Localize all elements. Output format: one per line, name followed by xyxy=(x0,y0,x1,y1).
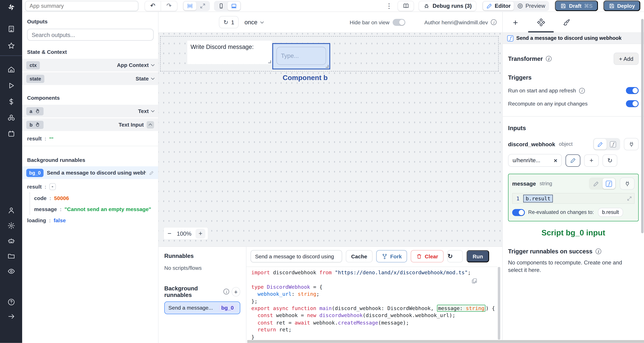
app-canvas[interactable]: Write Discord message: Component b − 100… xyxy=(158,33,502,246)
text-component-a[interactable]: Write Discord message: xyxy=(187,41,272,64)
code-editor[interactable]: import discordwebhook from "https://deno… xyxy=(246,266,497,340)
clear-resource-icon[interactable]: × xyxy=(554,157,558,164)
connect-input-button[interactable] xyxy=(624,138,639,150)
b-result-row[interactable]: result : "" xyxy=(27,132,153,144)
copy-code-icon[interactable] xyxy=(471,278,478,284)
center-align-button[interactable] xyxy=(184,2,196,10)
panel-scrollbar[interactable] xyxy=(641,19,644,233)
reload-button[interactable]: ↻ xyxy=(447,250,463,262)
runs-play-icon[interactable] xyxy=(7,82,15,90)
resource-picker[interactable]: u/henri/te... × xyxy=(508,154,562,167)
workspace-icon[interactable] xyxy=(7,25,15,33)
resources-cubes-icon[interactable] xyxy=(7,114,15,122)
settings-gear-icon[interactable] xyxy=(7,222,15,230)
add-background-runnable-button[interactable]: + xyxy=(232,287,240,296)
fullscreen-button[interactable] xyxy=(196,2,209,10)
variables-dollar-icon[interactable] xyxy=(7,98,15,106)
run-on-start-toggle[interactable] xyxy=(626,87,639,94)
recompute-toggle[interactable] xyxy=(626,100,639,107)
fork-button[interactable]: Fork xyxy=(376,250,407,262)
run-button[interactable]: Run xyxy=(466,250,489,262)
selected-component-b[interactable] xyxy=(272,43,330,69)
add-resource-button[interactable]: + xyxy=(584,154,599,167)
add-transformer-button[interactable]: + Add xyxy=(614,52,639,65)
tab-editor[interactable]: Editor xyxy=(483,2,514,10)
tab-insert-component[interactable]: + xyxy=(503,18,528,26)
expand-editor-icon[interactable] xyxy=(627,196,632,201)
static-mode-button[interactable] xyxy=(590,178,602,189)
redo-button[interactable]: ↷ xyxy=(161,0,178,11)
output-row-ctx[interactable]: ctx App Context xyxy=(22,59,158,72)
chevron-down-icon[interactable] xyxy=(151,63,154,66)
collapse-result-button[interactable]: - xyxy=(49,183,56,190)
mobile-view-button[interactable] xyxy=(215,2,228,10)
tab-preview[interactable]: Preview xyxy=(514,2,548,10)
reeval-target-chip[interactable]: b.result xyxy=(598,208,623,217)
resize-handle[interactable] xyxy=(326,65,328,68)
reeval-toggle[interactable] xyxy=(512,209,525,216)
favorites-star-icon[interactable] xyxy=(7,42,15,50)
eval-mode-button[interactable]: ƒ xyxy=(602,178,615,189)
runnable-item-bg0[interactable]: Send a message... bg_0 xyxy=(164,302,240,314)
message-expression-editor[interactable]: 1 b.result xyxy=(512,193,634,204)
hide-bar-toggle[interactable] xyxy=(393,19,405,26)
hand-pointer-icon xyxy=(35,108,40,114)
user-icon[interactable] xyxy=(7,206,15,214)
app-summary-input[interactable] xyxy=(25,0,138,11)
workers-robot-icon[interactable] xyxy=(7,237,15,245)
edit-pencil-icon[interactable] xyxy=(149,170,154,175)
bg0-row[interactable]: bg_0 Send a message to discord using web… xyxy=(22,166,158,179)
desktop-view-button[interactable] xyxy=(228,2,240,10)
bg0-badge: bg_0 xyxy=(26,168,44,177)
script-name-input[interactable]: Send a message to discord using xyxy=(250,250,342,262)
inputs-title: Inputs xyxy=(508,125,639,132)
draft-button[interactable]: Draft ⌘S xyxy=(555,0,598,11)
debug-runs-button[interactable]: Debug runs (3) xyxy=(418,0,476,11)
chevron-down-icon[interactable] xyxy=(151,109,154,112)
schedule-dropdown[interactable]: once xyxy=(244,19,263,26)
bg0-result-row[interactable]: result : - xyxy=(27,179,153,192)
home-icon[interactable] xyxy=(7,66,15,74)
pencil-icon xyxy=(593,180,599,187)
component-row-b[interactable]: b Text Input xyxy=(22,118,158,132)
resize-handle[interactable] xyxy=(268,60,271,63)
folders-icon[interactable] xyxy=(7,252,15,260)
code-vertical-scrollbar[interactable] xyxy=(498,267,500,340)
info-icon[interactable]: i xyxy=(546,56,552,62)
component-row-a[interactable]: a Text xyxy=(22,105,158,118)
cache-button[interactable]: Cache xyxy=(346,250,372,262)
tab-styling[interactable] xyxy=(554,18,579,26)
info-icon[interactable]: i xyxy=(491,19,496,25)
static-mode-button[interactable] xyxy=(594,139,606,150)
windmill-logo-icon[interactable] xyxy=(7,3,15,11)
connect-input-button[interactable] xyxy=(620,178,634,190)
canvas-zoom-control: − 100% + xyxy=(164,227,208,240)
refresh-resource-button[interactable]: ↻ xyxy=(602,154,617,167)
deploy-button[interactable]: Deploy xyxy=(603,0,640,11)
chevron-down-icon[interactable] xyxy=(151,76,154,80)
undo-button[interactable]: ↶ xyxy=(144,0,161,11)
clear-button[interactable]: Clear xyxy=(411,250,444,262)
schedules-calendar-icon[interactable] xyxy=(7,130,15,138)
kebab-menu[interactable]: ⋮ xyxy=(386,2,392,10)
output-row-state[interactable]: state State xyxy=(22,72,158,86)
refresh-count-box[interactable]: ↻ 1 xyxy=(219,16,239,28)
info-icon[interactable]: i xyxy=(223,289,229,294)
collapse-toggle[interactable] xyxy=(147,121,154,128)
edit-resource-button[interactable] xyxy=(566,154,580,167)
collapse-arrow-icon[interactable] xyxy=(7,312,15,320)
zoom-in-button[interactable]: + xyxy=(196,228,206,238)
info-icon[interactable]: i xyxy=(579,88,585,94)
eval-mode-button[interactable]: ƒ xyxy=(606,139,619,150)
search-outputs-input[interactable] xyxy=(27,29,154,41)
horizontal-scrollbar[interactable] xyxy=(247,340,644,343)
editor-label: Editor xyxy=(495,3,510,9)
text-input-component[interactable] xyxy=(276,47,326,65)
docs-button[interactable] xyxy=(398,0,414,11)
info-icon[interactable]: i xyxy=(596,248,601,254)
zoom-out-button[interactable]: − xyxy=(166,230,173,237)
audit-eye-icon[interactable] xyxy=(7,268,15,275)
tab-component-settings[interactable] xyxy=(528,18,554,26)
result-value: "" xyxy=(49,136,54,141)
help-icon[interactable] xyxy=(7,298,15,306)
